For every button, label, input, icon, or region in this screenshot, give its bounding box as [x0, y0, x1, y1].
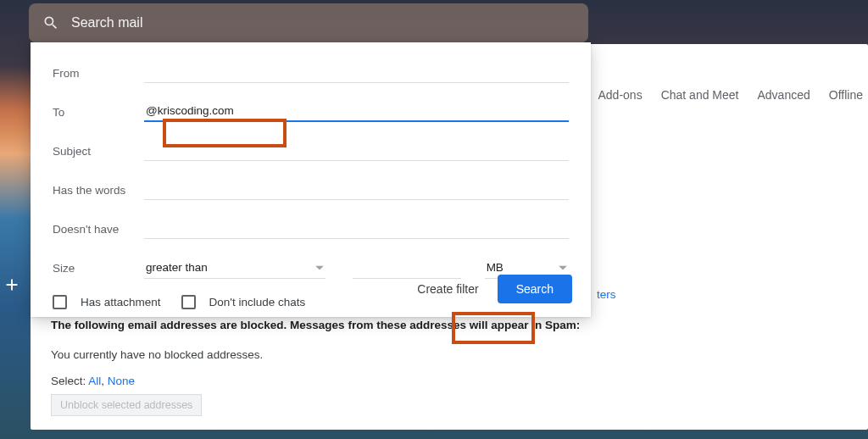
blocked-addresses-section: ters The following email addresses are b… [51, 319, 848, 416]
subject-input[interactable] [144, 141, 569, 161]
select-all-link[interactable]: All [88, 375, 101, 387]
settings-tabs: MAP Add-ons Chat and Meet Advanced Offli… [554, 88, 863, 102]
has-words-input[interactable] [144, 180, 569, 200]
dont-include-chats-label: Don't include chats [209, 296, 306, 308]
plus-icon [3, 275, 21, 294]
blocked-empty-msg: You currently have no blocked addresses. [51, 348, 848, 361]
search-icon [42, 14, 59, 31]
link-partial[interactable]: ters [597, 288, 616, 301]
to-label: To [53, 106, 144, 119]
search-bar[interactable] [29, 3, 588, 42]
select-label: Select: [51, 375, 86, 387]
dont-include-chats-checkbox[interactable]: Don't include chats [181, 295, 306, 309]
search-input[interactable] [71, 15, 575, 31]
has-attachment-checkbox[interactable]: Has attachment [53, 295, 161, 309]
has-attachment-label: Has attachment [81, 296, 161, 308]
compose-button-edge[interactable] [0, 271, 25, 298]
tab-advanced[interactable]: Advanced [758, 88, 810, 102]
doesnt-have-input[interactable] [144, 219, 569, 239]
from-label: From [53, 67, 144, 80]
filter-panel: From To Subject Has the words Doesn't ha… [31, 42, 591, 317]
size-label: Size [53, 262, 144, 275]
search-button[interactable]: Search [498, 275, 572, 303]
chevron-down-icon [315, 265, 324, 270]
from-input[interactable] [144, 63, 569, 83]
subject-label: Subject [53, 145, 144, 158]
chevron-down-icon [559, 265, 567, 270]
size-operator-select[interactable]: greater than [144, 257, 326, 279]
create-filter-button[interactable]: Create filter [407, 275, 488, 303]
to-input[interactable] [144, 102, 569, 122]
tab-chat-and-meet[interactable]: Chat and Meet [661, 88, 739, 102]
tab-addons[interactable]: Add-ons [598, 88, 643, 102]
tab-offline[interactable]: Offline [829, 88, 863, 102]
select-none-link[interactable]: None [108, 375, 135, 387]
size-unit-value: MB [487, 261, 504, 274]
has-words-label: Has the words [53, 184, 144, 197]
unblock-button: Unblock selected addresses [51, 394, 202, 416]
checkbox-icon [181, 295, 196, 309]
checkbox-icon [53, 295, 67, 309]
blocked-heading: The following email addresses are blocke… [51, 319, 848, 331]
doesnt-have-label: Doesn't have [53, 223, 144, 236]
size-operator-value: greater than [146, 261, 208, 274]
